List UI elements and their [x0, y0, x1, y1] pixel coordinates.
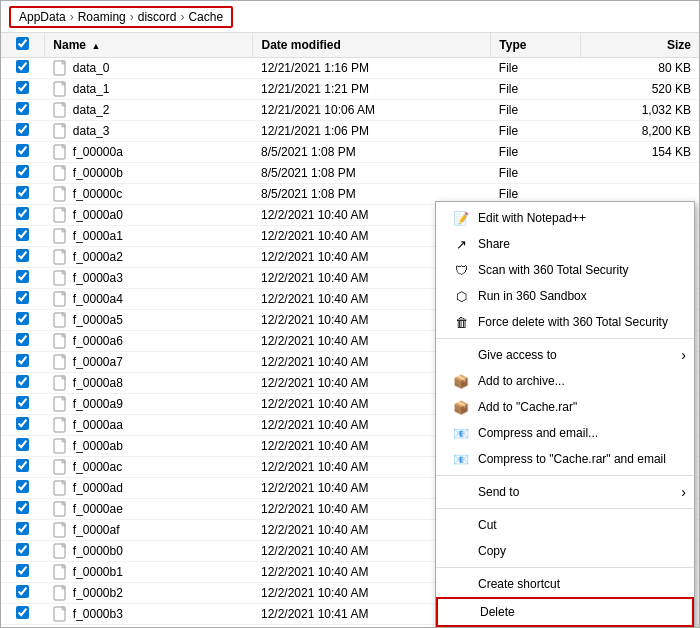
row-name-cell[interactable]: f_0000b2 — [45, 583, 253, 604]
breadcrumb-bar: AppData › Roaming › discord › Cache — [1, 1, 699, 33]
row-type-cell: File — [491, 58, 580, 79]
row-name-cell[interactable]: f_0000ad — [45, 478, 253, 499]
row-checkbox[interactable] — [16, 270, 29, 283]
select-all-checkbox[interactable] — [16, 37, 29, 50]
ctx-separator — [436, 508, 694, 509]
row-checkbox[interactable] — [16, 102, 29, 115]
ctx-item-send-to[interactable]: Send to — [436, 479, 694, 505]
file-name: f_0000ab — [73, 439, 123, 453]
row-checkbox[interactable] — [16, 207, 29, 220]
row-name-cell[interactable]: f_0000b0 — [45, 541, 253, 562]
row-name-cell[interactable]: data_2 — [45, 100, 253, 121]
table-row[interactable]: f_00000a 8/5/2021 1:08 PMFile154 KB — [1, 142, 699, 163]
row-name-cell[interactable]: f_0000a2 — [45, 247, 253, 268]
row-checkbox[interactable] — [16, 459, 29, 472]
breadcrumb-path[interactable]: AppData › Roaming › discord › Cache — [9, 6, 233, 28]
row-checkbox[interactable] — [16, 60, 29, 73]
row-name-cell[interactable]: f_0000b3 — [45, 604, 253, 625]
row-checkbox-cell — [1, 436, 45, 457]
row-name-cell[interactable]: f_0000ae — [45, 499, 253, 520]
table-row[interactable]: data_3 12/21/2021 1:06 PMFile8,200 KB — [1, 121, 699, 142]
row-name-cell[interactable]: f_00000a — [45, 142, 253, 163]
row-checkbox[interactable] — [16, 228, 29, 241]
breadcrumb-roaming[interactable]: Roaming — [78, 10, 126, 24]
file-name: f_0000ac — [73, 460, 122, 474]
name-sort-arrow: ▲ — [91, 41, 100, 51]
table-row[interactable]: f_00000b 8/5/2021 1:08 PMFile — [1, 163, 699, 184]
ctx-item-force-delete-360[interactable]: 🗑Force delete with 360 Total Security — [436, 309, 694, 335]
row-checkbox[interactable] — [16, 585, 29, 598]
ctx-item-cut[interactable]: Cut — [436, 512, 694, 538]
ctx-item-give-access[interactable]: Give access to — [436, 342, 694, 368]
row-name-cell[interactable]: f_0000ac — [45, 457, 253, 478]
row-checkbox[interactable] — [16, 81, 29, 94]
row-checkbox[interactable] — [16, 123, 29, 136]
row-name-cell[interactable]: data_3 — [45, 121, 253, 142]
header-size[interactable]: Size — [580, 33, 699, 58]
ctx-item-add-archive[interactable]: 📦Add to archive... — [436, 368, 694, 394]
row-checkbox[interactable] — [16, 543, 29, 556]
row-name-cell[interactable]: f_0000aa — [45, 415, 253, 436]
row-name-cell[interactable]: f_00000b — [45, 163, 253, 184]
row-name-cell[interactable]: f_0000a9 — [45, 394, 253, 415]
row-checkbox[interactable] — [16, 333, 29, 346]
table-row[interactable]: data_1 12/21/2021 1:21 PMFile520 KB — [1, 79, 699, 100]
row-checkbox[interactable] — [16, 186, 29, 199]
ctx-label-compress-email: Compress and email... — [478, 426, 598, 440]
ctx-item-delete[interactable]: Delete — [436, 597, 694, 627]
table-row[interactable]: data_2 12/21/2021 10:06 AMFile1,032 KB — [1, 100, 699, 121]
row-checkbox[interactable] — [16, 354, 29, 367]
row-name-cell[interactable]: data_1 — [45, 79, 253, 100]
ctx-item-add-cache-rar[interactable]: 📦Add to "Cache.rar" — [436, 394, 694, 420]
row-name-cell[interactable]: f_0000a0 — [45, 205, 253, 226]
ctx-item-sandbox-360[interactable]: ⬡Run in 360 Sandbox — [436, 283, 694, 309]
row-name-cell[interactable]: data_0 — [45, 58, 253, 79]
row-checkbox[interactable] — [16, 522, 29, 535]
breadcrumb-discord[interactable]: discord — [138, 10, 177, 24]
header-date[interactable]: Date modified — [253, 33, 491, 58]
table-row[interactable]: data_0 12/21/2021 1:16 PMFile80 KB — [1, 58, 699, 79]
row-checkbox-cell — [1, 163, 45, 184]
ctx-item-compress-cache-email[interactable]: 📧Compress to "Cache.rar" and email — [436, 446, 694, 472]
row-checkbox[interactable] — [16, 165, 29, 178]
row-name-cell[interactable]: f_0000ab — [45, 436, 253, 457]
header-checkbox-col — [1, 33, 45, 58]
row-checkbox-cell — [1, 226, 45, 247]
row-checkbox[interactable] — [16, 291, 29, 304]
row-checkbox[interactable] — [16, 312, 29, 325]
ctx-item-edit-notepad[interactable]: 📝Edit with Notepad++ — [436, 205, 694, 231]
row-name-cell[interactable]: f_00000c — [45, 184, 253, 205]
breadcrumb-cache[interactable]: Cache — [188, 10, 223, 24]
row-checkbox[interactable] — [16, 501, 29, 514]
row-name-cell[interactable]: f_0000a5 — [45, 310, 253, 331]
row-checkbox-cell — [1, 79, 45, 100]
ctx-item-share[interactable]: ↗Share — [436, 231, 694, 257]
row-name-cell[interactable]: f_0000af — [45, 520, 253, 541]
breadcrumb-appdata[interactable]: AppData — [19, 10, 66, 24]
row-name-cell[interactable]: f_0000a8 — [45, 373, 253, 394]
row-checkbox[interactable] — [16, 375, 29, 388]
row-checkbox[interactable] — [16, 564, 29, 577]
row-name-cell[interactable]: f_0000a6 — [45, 331, 253, 352]
row-checkbox[interactable] — [16, 396, 29, 409]
row-name-cell[interactable]: f_0000a4 — [45, 289, 253, 310]
row-name-cell[interactable]: f_0000a3 — [45, 268, 253, 289]
ctx-item-scan-360[interactable]: 🛡Scan with 360 Total Security — [436, 257, 694, 283]
row-checkbox[interactable] — [16, 249, 29, 262]
ctx-item-compress-email[interactable]: 📧Compress and email... — [436, 420, 694, 446]
row-checkbox[interactable] — [16, 438, 29, 451]
row-checkbox[interactable] — [16, 606, 29, 619]
file-icon — [53, 165, 69, 181]
row-checkbox[interactable] — [16, 417, 29, 430]
row-checkbox[interactable] — [16, 144, 29, 157]
row-name-cell[interactable]: f_0000a1 — [45, 226, 253, 247]
row-name-cell[interactable]: f_0000b1 — [45, 562, 253, 583]
row-name-cell[interactable]: f_0000b4 — [45, 625, 253, 628]
header-type[interactable]: Type — [491, 33, 580, 58]
row-checkbox[interactable] — [16, 480, 29, 493]
row-name-cell[interactable]: f_0000a7 — [45, 352, 253, 373]
header-name[interactable]: Name ▲ — [45, 33, 253, 58]
row-checkbox-cell — [1, 310, 45, 331]
ctx-item-copy[interactable]: Copy — [436, 538, 694, 564]
ctx-item-create-shortcut[interactable]: Create shortcut — [436, 571, 694, 597]
